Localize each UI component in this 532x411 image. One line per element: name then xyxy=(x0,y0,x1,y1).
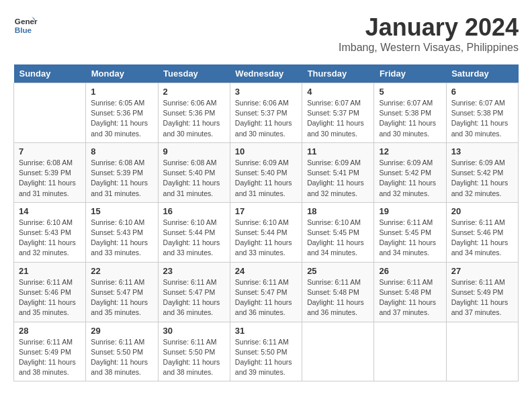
calendar-cell: 16Sunrise: 6:10 AM Sunset: 5:44 PM Dayli… xyxy=(158,202,230,262)
day-info: Sunrise: 6:09 AM Sunset: 5:42 PM Dayligh… xyxy=(451,158,513,199)
day-info: Sunrise: 6:10 AM Sunset: 5:43 PM Dayligh… xyxy=(91,218,152,259)
calendar-cell: 28Sunrise: 6:11 AM Sunset: 5:49 PM Dayli… xyxy=(14,322,86,381)
calendar-cell xyxy=(302,322,374,381)
day-info: Sunrise: 6:10 AM Sunset: 5:44 PM Dayligh… xyxy=(235,218,297,259)
day-number: 30 xyxy=(163,326,225,336)
day-number: 22 xyxy=(91,266,152,276)
week-row-2: 7Sunrise: 6:08 AM Sunset: 5:39 PM Daylig… xyxy=(14,142,519,202)
day-number: 14 xyxy=(19,206,81,216)
day-info: Sunrise: 6:11 AM Sunset: 5:50 PM Dayligh… xyxy=(91,337,152,378)
calendar-cell: 24Sunrise: 6:11 AM Sunset: 5:47 PM Dayli… xyxy=(230,262,302,322)
day-number: 31 xyxy=(235,326,297,336)
calendar-cell: 17Sunrise: 6:10 AM Sunset: 5:44 PM Dayli… xyxy=(230,202,302,262)
day-info: Sunrise: 6:11 AM Sunset: 5:50 PM Dayligh… xyxy=(163,337,225,378)
day-info: Sunrise: 6:11 AM Sunset: 5:50 PM Dayligh… xyxy=(235,337,297,378)
day-info: Sunrise: 6:07 AM Sunset: 5:37 PM Dayligh… xyxy=(307,98,369,139)
calendar-cell: 26Sunrise: 6:11 AM Sunset: 5:48 PM Dayli… xyxy=(374,262,446,322)
calendar-cell: 19Sunrise: 6:11 AM Sunset: 5:45 PM Dayli… xyxy=(374,202,446,262)
day-info: Sunrise: 6:11 AM Sunset: 5:48 PM Dayligh… xyxy=(307,277,369,318)
day-number: 28 xyxy=(19,326,81,336)
day-number: 10 xyxy=(235,146,297,156)
day-number: 25 xyxy=(307,266,369,276)
weekday-header-tuesday: Tuesday xyxy=(158,64,230,83)
weekday-header-sunday: Sunday xyxy=(14,64,86,83)
weekday-header-wednesday: Wednesday xyxy=(230,64,302,83)
calendar-cell: 11Sunrise: 6:09 AM Sunset: 5:41 PM Dayli… xyxy=(302,142,374,202)
calendar-cell: 23Sunrise: 6:11 AM Sunset: 5:47 PM Dayli… xyxy=(158,262,230,322)
day-info: Sunrise: 6:10 AM Sunset: 5:43 PM Dayligh… xyxy=(19,218,81,259)
day-info: Sunrise: 6:09 AM Sunset: 5:41 PM Dayligh… xyxy=(307,158,369,199)
weekday-header-saturday: Saturday xyxy=(446,64,518,83)
day-info: Sunrise: 6:11 AM Sunset: 5:46 PM Dayligh… xyxy=(451,218,513,259)
svg-text:Blue: Blue xyxy=(15,26,32,34)
day-info: Sunrise: 6:10 AM Sunset: 5:45 PM Dayligh… xyxy=(307,218,369,259)
day-number: 12 xyxy=(379,146,441,156)
day-number: 9 xyxy=(163,146,225,156)
day-number: 4 xyxy=(307,87,369,97)
calendar-cell: 13Sunrise: 6:09 AM Sunset: 5:42 PM Dayli… xyxy=(446,142,518,202)
day-number: 5 xyxy=(379,87,441,97)
calendar-cell: 27Sunrise: 6:11 AM Sunset: 5:49 PM Dayli… xyxy=(446,262,518,322)
day-info: Sunrise: 6:08 AM Sunset: 5:39 PM Dayligh… xyxy=(19,158,81,199)
calendar-cell: 3Sunrise: 6:06 AM Sunset: 5:37 PM Daylig… xyxy=(230,83,302,143)
logo-icon: General Blue xyxy=(13,13,38,38)
calendar-cell: 7Sunrise: 6:08 AM Sunset: 5:39 PM Daylig… xyxy=(14,142,86,202)
day-number: 20 xyxy=(451,206,513,216)
day-info: Sunrise: 6:11 AM Sunset: 5:47 PM Dayligh… xyxy=(235,277,297,318)
day-info: Sunrise: 6:06 AM Sunset: 5:37 PM Dayligh… xyxy=(235,98,297,139)
week-row-4: 21Sunrise: 6:11 AM Sunset: 5:46 PM Dayli… xyxy=(14,262,519,322)
day-info: Sunrise: 6:11 AM Sunset: 5:46 PM Dayligh… xyxy=(19,277,81,318)
day-number: 17 xyxy=(235,206,297,216)
calendar-cell: 12Sunrise: 6:09 AM Sunset: 5:42 PM Dayli… xyxy=(374,142,446,202)
day-number: 23 xyxy=(163,266,225,276)
day-info: Sunrise: 6:11 AM Sunset: 5:49 PM Dayligh… xyxy=(451,277,513,318)
calendar-cell: 9Sunrise: 6:08 AM Sunset: 5:40 PM Daylig… xyxy=(158,142,230,202)
day-number: 2 xyxy=(163,87,225,97)
day-info: Sunrise: 6:10 AM Sunset: 5:44 PM Dayligh… xyxy=(163,218,225,259)
day-number: 18 xyxy=(307,206,369,216)
weekday-header-friday: Friday xyxy=(374,64,446,83)
calendar-cell xyxy=(446,322,518,381)
day-number: 16 xyxy=(163,206,225,216)
calendar-cell: 31Sunrise: 6:11 AM Sunset: 5:50 PM Dayli… xyxy=(230,322,302,381)
week-row-3: 14Sunrise: 6:10 AM Sunset: 5:43 PM Dayli… xyxy=(14,202,519,262)
day-number: 29 xyxy=(91,326,152,336)
calendar-cell: 10Sunrise: 6:09 AM Sunset: 5:40 PM Dayli… xyxy=(230,142,302,202)
day-number: 15 xyxy=(91,206,152,216)
day-info: Sunrise: 6:11 AM Sunset: 5:45 PM Dayligh… xyxy=(379,218,441,259)
title-area: January 2024 Imbang, Western Visayas, Ph… xyxy=(339,13,519,54)
logo: General Blue xyxy=(13,13,38,38)
calendar-cell: 15Sunrise: 6:10 AM Sunset: 5:43 PM Dayli… xyxy=(86,202,158,262)
day-info: Sunrise: 6:11 AM Sunset: 5:47 PM Dayligh… xyxy=(163,277,225,318)
calendar-cell: 25Sunrise: 6:11 AM Sunset: 5:48 PM Dayli… xyxy=(302,262,374,322)
day-number: 3 xyxy=(235,87,297,97)
calendar-cell: 14Sunrise: 6:10 AM Sunset: 5:43 PM Dayli… xyxy=(14,202,86,262)
weekday-header-thursday: Thursday xyxy=(302,64,374,83)
calendar-cell: 22Sunrise: 6:11 AM Sunset: 5:47 PM Dayli… xyxy=(86,262,158,322)
calendar-cell: 4Sunrise: 6:07 AM Sunset: 5:37 PM Daylig… xyxy=(302,83,374,143)
day-number: 21 xyxy=(19,266,81,276)
day-info: Sunrise: 6:09 AM Sunset: 5:40 PM Dayligh… xyxy=(235,158,297,199)
day-number: 6 xyxy=(451,87,513,97)
day-info: Sunrise: 6:07 AM Sunset: 5:38 PM Dayligh… xyxy=(379,98,441,139)
calendar-cell: 6Sunrise: 6:07 AM Sunset: 5:38 PM Daylig… xyxy=(446,83,518,143)
calendar-table: SundayMondayTuesdayWednesdayThursdayFrid… xyxy=(13,64,519,381)
day-number: 19 xyxy=(379,206,441,216)
day-info: Sunrise: 6:09 AM Sunset: 5:42 PM Dayligh… xyxy=(379,158,441,199)
calendar-cell: 2Sunrise: 6:06 AM Sunset: 5:36 PM Daylig… xyxy=(158,83,230,143)
header: General Blue January 2024 Imbang, Wester… xyxy=(13,13,519,54)
day-info: Sunrise: 6:11 AM Sunset: 5:48 PM Dayligh… xyxy=(379,277,441,318)
calendar-cell: 21Sunrise: 6:11 AM Sunset: 5:46 PM Dayli… xyxy=(14,262,86,322)
svg-text:General: General xyxy=(15,17,38,26)
calendar-cell: 1Sunrise: 6:05 AM Sunset: 5:36 PM Daylig… xyxy=(86,83,158,143)
calendar-cell: 18Sunrise: 6:10 AM Sunset: 5:45 PM Dayli… xyxy=(302,202,374,262)
day-number: 13 xyxy=(451,146,513,156)
calendar-cell xyxy=(374,322,446,381)
day-info: Sunrise: 6:06 AM Sunset: 5:36 PM Dayligh… xyxy=(163,98,225,139)
day-number: 26 xyxy=(379,266,441,276)
weekday-header-row: SundayMondayTuesdayWednesdayThursdayFrid… xyxy=(14,64,519,83)
calendar-cell: 30Sunrise: 6:11 AM Sunset: 5:50 PM Dayli… xyxy=(158,322,230,381)
calendar-cell xyxy=(14,83,86,143)
calendar-cell: 20Sunrise: 6:11 AM Sunset: 5:46 PM Dayli… xyxy=(446,202,518,262)
calendar-cell: 29Sunrise: 6:11 AM Sunset: 5:50 PM Dayli… xyxy=(86,322,158,381)
